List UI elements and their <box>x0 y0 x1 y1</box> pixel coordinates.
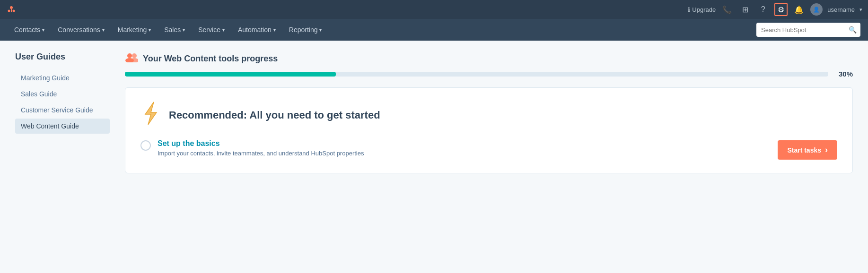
upgrade-label: Upgrade <box>692 6 716 13</box>
user-chevron-icon[interactable]: ▾ <box>859 7 862 13</box>
start-tasks-button[interactable]: Start tasks › <box>778 140 837 160</box>
svg-point-0 <box>10 6 13 9</box>
nav-items: Contacts ▾ Conversations ▾ Marketing ▾ S… <box>8 19 328 41</box>
progress-bar-container: 30% <box>125 70 853 78</box>
search-bar[interactable]: 🔍 <box>756 23 860 37</box>
notifications-icon[interactable]: 🔔 <box>792 3 806 16</box>
lightning-icon <box>140 101 161 129</box>
start-tasks-label: Start tasks <box>787 146 821 154</box>
task-row: Set up the basics Import your contacts, … <box>140 139 837 160</box>
svg-point-4 <box>127 53 132 58</box>
card-header: Recommended: All you need to get started <box>140 101 837 129</box>
hubspot-logo[interactable] <box>6 4 17 15</box>
avatar[interactable]: 👤 <box>810 3 823 16</box>
upgrade-icon: ℹ <box>688 6 690 13</box>
nav-contacts-chevron: ▾ <box>42 27 44 33</box>
right-content: Your Web Content tools progress 30% Reco… <box>125 52 853 262</box>
progress-people-icon <box>125 52 138 65</box>
sidebar-item-web-content-guide[interactable]: Web Content Guide <box>15 119 110 134</box>
sidebar-item-customer-service-guide[interactable]: Customer Service Guide <box>15 102 110 118</box>
nav-reporting-label: Reporting <box>289 26 318 34</box>
progress-bar-fill <box>125 72 336 77</box>
phone-icon[interactable]: 📞 <box>720 3 734 16</box>
task-content: Set up the basics Import your contacts, … <box>158 139 364 157</box>
progress-section: Your Web Content tools progress 30% <box>125 52 853 78</box>
sidebar: User Guides Marketing Guide Sales Guide … <box>15 52 110 262</box>
nav-bar: Contacts ▾ Conversations ▾ Marketing ▾ S… <box>0 19 868 41</box>
card-title: Recommended: All you need to get started <box>169 109 380 121</box>
nav-service-label: Service <box>198 26 220 34</box>
task-item: Set up the basics Import your contacts, … <box>140 139 364 157</box>
progress-percentage: 30% <box>834 70 853 78</box>
progress-bar-track <box>125 72 828 77</box>
top-bar: ℹ Upgrade 📞 ⊞ ? ⚙ 🔔 👤 username ▾ <box>0 0 868 19</box>
sidebar-title: User Guides <box>15 52 110 62</box>
progress-title: Your Web Content tools progress <box>143 54 278 64</box>
nav-reporting-chevron: ▾ <box>319 27 322 33</box>
nav-marketing-label: Marketing <box>118 26 147 34</box>
nav-conversations-chevron: ▾ <box>102 27 105 33</box>
nav-contacts-label: Contacts <box>14 26 40 34</box>
settings-icon[interactable]: ⚙ <box>774 3 788 16</box>
svg-point-2 <box>13 10 15 12</box>
nav-automation-chevron: ▾ <box>273 27 276 33</box>
nav-item-sales[interactable]: Sales ▾ <box>158 19 192 41</box>
svg-marker-8 <box>145 102 157 125</box>
sidebar-item-marketing-guide[interactable]: Marketing Guide <box>15 70 110 85</box>
top-bar-right: ℹ Upgrade 📞 ⊞ ? ⚙ 🔔 👤 username ▾ <box>688 3 862 16</box>
task-title[interactable]: Set up the basics <box>158 139 364 148</box>
nav-marketing-chevron: ▾ <box>149 27 151 33</box>
svg-point-3 <box>8 10 10 12</box>
search-input[interactable] <box>756 26 845 34</box>
nav-item-marketing[interactable]: Marketing ▾ <box>111 19 158 41</box>
task-radio-button[interactable] <box>140 140 151 151</box>
help-icon[interactable]: ? <box>756 3 770 16</box>
svg-rect-1 <box>11 9 12 12</box>
nav-service-chevron: ▾ <box>222 27 225 33</box>
nav-conversations-label: Conversations <box>58 26 100 34</box>
nav-sales-chevron: ▾ <box>183 27 185 33</box>
nav-item-conversations[interactable]: Conversations ▾ <box>51 19 111 41</box>
nav-item-service[interactable]: Service ▾ <box>192 19 231 41</box>
main-content: User Guides Marketing Guide Sales Guide … <box>0 41 868 273</box>
top-bar-left <box>6 4 17 15</box>
nav-item-contacts[interactable]: Contacts ▾ <box>8 19 51 41</box>
search-icon: 🔍 <box>845 26 860 34</box>
task-description: Import your contacts, invite teammates, … <box>158 150 364 157</box>
nav-sales-label: Sales <box>164 26 181 34</box>
sidebar-item-sales-guide[interactable]: Sales Guide <box>15 86 110 102</box>
recommendation-card: Recommended: All you need to get started… <box>125 87 853 173</box>
nav-item-reporting[interactable]: Reporting ▾ <box>282 19 329 41</box>
username-label: username <box>827 6 855 13</box>
progress-header: Your Web Content tools progress <box>125 52 853 65</box>
nav-automation-label: Automation <box>238 26 272 34</box>
marketplace-icon[interactable]: ⊞ <box>738 3 752 16</box>
nav-item-automation[interactable]: Automation ▾ <box>231 19 282 41</box>
svg-point-5 <box>132 53 137 58</box>
start-tasks-arrow-icon: › <box>825 145 828 155</box>
upgrade-button[interactable]: ℹ Upgrade <box>688 6 716 13</box>
